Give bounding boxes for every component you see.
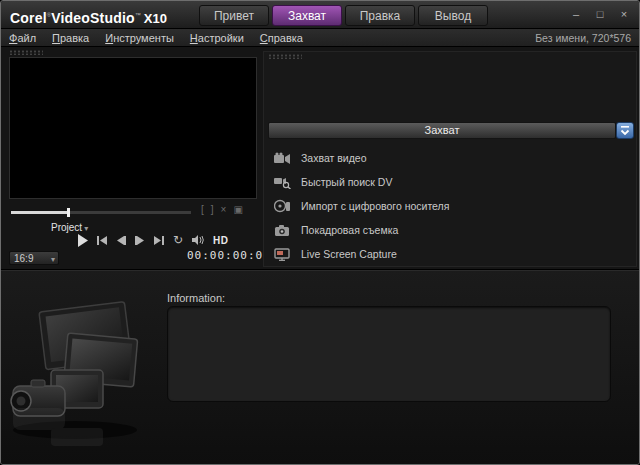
capture-item-video[interactable]: Захват видео xyxy=(268,146,616,170)
capture-item-label: Live Screen Capture xyxy=(301,248,397,260)
capture-item-label: Импорт с цифрового носителя xyxy=(301,200,449,212)
capture-option-list: Захват видео Быстрый поиск DV Импорт с ц… xyxy=(268,146,616,266)
capture-item-label: Покадровая съемка xyxy=(301,224,398,236)
player-panel-grip[interactable] xyxy=(9,50,43,55)
screen-capture-icon xyxy=(272,248,292,261)
menu-settings[interactable]: Настройки xyxy=(190,32,244,44)
window-controls: – □ × xyxy=(569,6,631,22)
scrubber-handle[interactable] xyxy=(67,208,70,217)
tab-welcome[interactable]: Привет xyxy=(199,5,269,26)
capture-item-label: Захват видео xyxy=(301,152,366,164)
enlarge-icon[interactable]: ▣ xyxy=(233,204,242,216)
go-to-end-button[interactable] xyxy=(154,236,164,245)
product-name: VideoStudio xyxy=(51,10,135,26)
video-preview xyxy=(9,57,257,199)
repeat-icon[interactable]: ↻ xyxy=(173,234,183,246)
information-panel: Information: xyxy=(1,269,639,464)
playback-scrubber[interactable] xyxy=(11,211,191,214)
title-bar: Corel®VideoStudio™X10 Привет Захват Прав… xyxy=(1,1,639,29)
tab-capture[interactable]: Захват xyxy=(272,5,342,26)
capture-panel-grip[interactable] xyxy=(268,54,302,59)
capture-item-live-screen[interactable]: Live Screen Capture xyxy=(268,242,616,266)
capture-panel: Захват Захват видео Быстрый поиск DV xyxy=(263,51,637,267)
tab-edit[interactable]: Правка xyxy=(345,5,415,26)
timecode-value: 00:00:00:00 xyxy=(187,249,271,262)
menu-file[interactable]: Файл xyxy=(9,32,36,44)
dv-quick-scan-icon xyxy=(272,176,292,189)
trim-tools: [ ] × ▣ xyxy=(201,204,243,216)
menu-help[interactable]: Справка xyxy=(260,32,303,44)
chevron-down-icon: ▾ xyxy=(51,254,55,266)
tab-share[interactable]: Вывод xyxy=(418,5,488,26)
capture-item-dv-scan[interactable]: Быстрый поиск DV xyxy=(268,170,616,194)
capture-header: Захват xyxy=(268,122,616,139)
volume-icon[interactable] xyxy=(192,235,204,245)
information-label: Information: xyxy=(167,292,225,304)
capture-item-stop-motion[interactable]: Покадровая съемка xyxy=(268,218,616,242)
app-window: Corel®VideoStudio™X10 Привет Захват Прав… xyxy=(0,0,640,465)
app-logo: Corel®VideoStudio™X10 xyxy=(10,1,167,29)
mark-in-icon[interactable]: [ xyxy=(201,204,204,216)
aspect-ratio-value: 16:9 xyxy=(14,253,33,264)
transport-controls: ↻ HD xyxy=(77,230,229,250)
product-version: X10 xyxy=(144,11,167,26)
workspace-tabs: Привет Захват Правка Вывод xyxy=(199,5,488,26)
capture-options-button[interactable] xyxy=(616,122,634,139)
maximize-icon[interactable]: □ xyxy=(593,6,607,22)
scrubber-played-bar xyxy=(11,211,69,214)
previous-frame-button[interactable] xyxy=(116,236,126,245)
minimize-icon[interactable]: – xyxy=(569,6,583,22)
go-to-start-button[interactable] xyxy=(97,236,107,245)
stop-motion-icon xyxy=(272,224,292,237)
hd-toggle[interactable]: HD xyxy=(213,235,228,246)
next-frame-button[interactable] xyxy=(135,236,145,245)
camera-illustration xyxy=(5,298,160,448)
close-icon[interactable]: × xyxy=(617,6,631,22)
brand-name: Corel xyxy=(10,10,47,26)
mark-out-icon[interactable]: ] xyxy=(211,204,214,216)
menu-edit[interactable]: Правка xyxy=(52,32,89,44)
project-info: Без имени, 720*576 xyxy=(535,29,631,47)
menu-tools[interactable]: Инструменты xyxy=(105,32,174,44)
aspect-ratio-select[interactable]: 16:9 ▾ xyxy=(9,251,59,265)
capture-item-import[interactable]: Импорт с цифрового носителя xyxy=(268,194,616,218)
trademark-mark: ™ xyxy=(135,12,141,18)
capture-video-icon xyxy=(272,152,292,165)
capture-item-label: Быстрый поиск DV xyxy=(301,176,392,188)
information-box xyxy=(167,306,611,402)
menu-bar: Файл Правка Инструменты Настройки Справк… xyxy=(1,29,639,47)
import-digital-media-icon xyxy=(272,199,292,213)
play-button[interactable] xyxy=(77,234,88,247)
cut-icon[interactable]: × xyxy=(221,204,227,216)
